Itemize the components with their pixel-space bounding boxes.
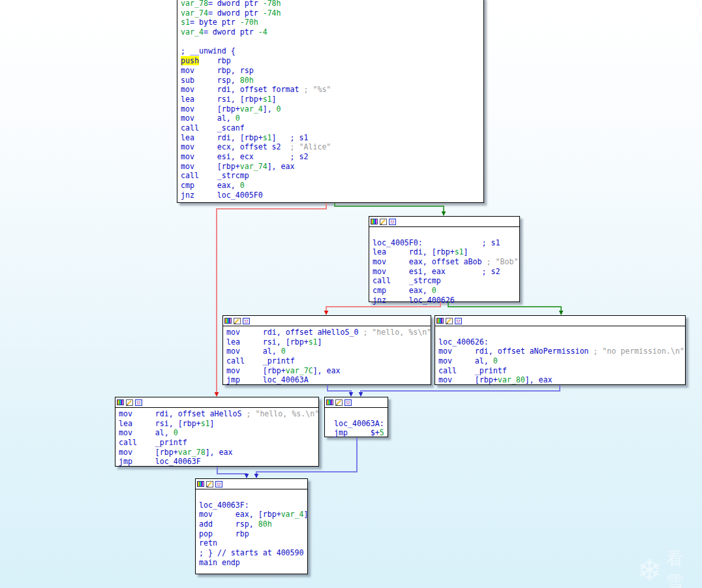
asm-line: pop rbp xyxy=(199,529,307,539)
asm-line: var_4= dword ptr -4 xyxy=(181,27,483,37)
node-frame-icon[interactable] xyxy=(243,318,250,324)
asm-line: loc_400626: xyxy=(438,337,685,347)
asm-segment: s1 xyxy=(455,247,464,256)
asm-segment: mov eax, offset aBob xyxy=(373,257,482,266)
asm-line: ; __unwind { xyxy=(181,46,483,56)
node-header[interactable] xyxy=(435,316,685,326)
asm-line: jmp loc_40063A xyxy=(226,375,431,385)
asm-segment: mov al, xyxy=(438,356,493,365)
asm-line xyxy=(181,37,483,47)
asm-segment: 0 xyxy=(277,104,281,114)
graph-node-loc_40063F[interactable]: loc_40063F:mov eax, [rbp+var_4]add rsp, … xyxy=(195,478,308,574)
flow-edge-green xyxy=(335,203,444,215)
node-edit-icon[interactable] xyxy=(126,399,133,405)
asm-segment: loc_4005F0: ; s1 xyxy=(373,238,500,247)
asm-segment: call _printf xyxy=(119,438,187,447)
graph-node-hello_s[interactable]: mov rdi, offset aHelloS ; "hello, %s.\n"… xyxy=(115,397,319,467)
node-edit-icon[interactable] xyxy=(234,318,241,324)
node-frame-icon[interactable] xyxy=(135,399,142,405)
asm-segment: mov esi, eax ; s2 xyxy=(373,267,500,276)
asm-segment: ; "no permission.\n" xyxy=(588,347,684,356)
node-frame-icon[interactable] xyxy=(389,219,396,224)
asm-line: mov rdi, offset aHelloS_0 ; "hello, %s\n… xyxy=(226,328,431,337)
snowflake-icon: ❄ xyxy=(637,551,662,588)
node-edit-icon[interactable] xyxy=(335,399,343,405)
asm-segment: = byte ptr xyxy=(190,18,240,27)
asm-line: main endp xyxy=(199,558,307,568)
node-edit-icon[interactable] xyxy=(380,219,387,224)
asm-segment: s1 xyxy=(263,133,272,142)
node-header[interactable] xyxy=(369,217,519,227)
asm-segment: mov rdi, offset format xyxy=(181,85,299,94)
asm-segment: main endp xyxy=(199,558,240,567)
asm-line: ; } // starts at 400590 xyxy=(199,548,307,558)
asm-line xyxy=(199,491,307,501)
graph-node-hello_s_0[interactable]: mov rdi, offset aHelloS_0 ; "hello, %s\n… xyxy=(222,315,431,385)
node-edit-icon[interactable] xyxy=(446,318,453,324)
graph-node-entry[interactable]: var_78= dword ptr -78hvar_74= dword ptr … xyxy=(177,0,484,203)
asm-segment: -4 xyxy=(258,27,267,37)
asm-segment: mov [rbp+ xyxy=(181,162,240,171)
asm-segment: var_7C xyxy=(286,366,313,375)
asm-segment: mov rdi, offset aNoPermission xyxy=(438,347,588,356)
asm-segment: mov rbp, rsp xyxy=(181,66,254,75)
asm-segment: jmp $+ xyxy=(334,428,380,437)
node-code: mov rdi, offset aHelloS ; "hello, %s.\n"… xyxy=(115,408,318,467)
node-color-icon[interactable] xyxy=(326,399,333,405)
node-header[interactable] xyxy=(196,479,307,489)
node-header[interactable] xyxy=(325,397,388,408)
asm-segment: rbp xyxy=(199,56,231,65)
node-color-icon[interactable] xyxy=(224,318,232,324)
graph-node-loc_4005F0[interactable]: loc_4005F0: ; s1lea rdi, [rbp+s1]mov eax… xyxy=(369,216,520,302)
asm-segment: mov rdi, offset aHelloS_0 xyxy=(226,328,358,337)
asm-segment: call _printf xyxy=(438,366,507,375)
node-code: mov rdi, offset aHelloS_0 ; "hello, %s\n… xyxy=(223,326,431,385)
asm-line: call _printf xyxy=(119,438,318,448)
asm-segment: 5 xyxy=(380,428,384,437)
asm-line: retn xyxy=(199,538,307,548)
asm-segment: ] xyxy=(464,247,468,256)
asm-segment: ; "hello, %s\n" xyxy=(358,328,431,337)
asm-line xyxy=(373,228,519,238)
asm-line: mov [rbp+var_4], 0 xyxy=(181,104,483,114)
node-header[interactable] xyxy=(115,397,318,408)
flow-edge-blue xyxy=(328,385,351,396)
asm-segment: var_74 xyxy=(181,8,208,18)
asm-segment: mov [rbp+ xyxy=(438,375,498,384)
asm-line: lea rsi, [rbp+s1] xyxy=(119,419,318,429)
watermark: ❄ 看雪 xyxy=(637,547,702,588)
asm-line: loc_4005F0: ; s1 xyxy=(373,238,519,248)
node-header[interactable] xyxy=(223,316,431,326)
asm-line: loc_40063F: xyxy=(199,501,307,510)
asm-segment: mov al, xyxy=(119,428,174,437)
asm-line: jnz loc_400626 xyxy=(373,296,519,305)
node-color-icon[interactable] xyxy=(197,481,204,487)
asm-line: call _printf xyxy=(226,356,431,366)
asm-segment: -70h xyxy=(240,18,258,27)
asm-segment: ; "Alice" xyxy=(281,142,331,151)
asm-segment: jnz loc_4005F0 xyxy=(181,191,263,200)
asm-segment: mov al, xyxy=(181,114,236,123)
asm-segment: var_4 xyxy=(281,510,304,519)
graph-node-loc_400626[interactable]: loc_400626:mov rdi, offset aNoPermission… xyxy=(435,315,686,385)
node-color-icon[interactable] xyxy=(436,318,444,324)
node-frame-icon[interactable] xyxy=(344,399,352,405)
asm-segment: jnz loc_400626 xyxy=(373,296,455,305)
asm-line: add rsp, 80h xyxy=(199,519,307,529)
asm-segment: lea rsi, [rbp+ xyxy=(226,337,309,347)
asm-line: mov al, 0 xyxy=(119,428,318,438)
node-frame-icon[interactable] xyxy=(215,481,222,487)
asm-segment: lea rsi, [rbp+ xyxy=(119,419,201,428)
node-color-icon[interactable] xyxy=(371,219,378,224)
asm-segment: var_80 xyxy=(498,375,525,384)
graph-node-loc_40063A[interactable]: loc_40063A:jmp $+5 xyxy=(324,397,388,437)
asm-segment: 0 xyxy=(240,181,245,190)
asm-segment: ], eax xyxy=(206,448,233,457)
node-frame-icon[interactable] xyxy=(455,318,462,324)
node-edit-icon[interactable] xyxy=(206,481,213,487)
asm-line: mov al, 0 xyxy=(226,347,431,356)
asm-line: loc_40063A: xyxy=(334,419,388,429)
asm-segment: ] xyxy=(304,510,307,519)
node-color-icon[interactable] xyxy=(117,399,124,405)
graph-canvas[interactable]: ❄ 看雪 var_78= dword ptr -78hvar_74= dword… xyxy=(0,0,702,588)
